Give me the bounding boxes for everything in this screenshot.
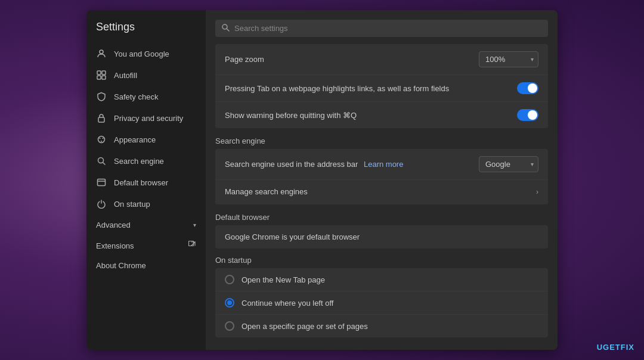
svg-rect-1 [97, 71, 101, 75]
svg-point-0 [100, 50, 103, 54]
svg-rect-5 [98, 117, 104, 122]
page-settings-card: Page zoom 100% ▾ Pressing Tab on a webpa… [215, 44, 548, 128]
main-content: Page zoom 100% ▾ Pressing Tab on a webpa… [206, 10, 558, 350]
svg-rect-3 [97, 76, 101, 79]
sidebar-item-label: You and Google [114, 49, 169, 58]
quit-warning-row: Show warning before quitting with ⌘Q [215, 102, 548, 128]
watermark-suffix: FIX [621, 343, 634, 352]
search-engine-dropdown[interactable]: Google [479, 156, 538, 172]
sidebar-item-label: Safety check [114, 92, 158, 101]
lock-icon [96, 113, 107, 123]
search-engine-section: Search engine Search engine used in the … [206, 136, 558, 213]
default-browser-section-label: Default browser [215, 213, 548, 222]
default-browser-card: Google Chrome is your default browser [215, 225, 548, 249]
sidebar-item-label: Search engine [114, 157, 164, 166]
sidebar-item-appearance[interactable]: Appearance [86, 129, 206, 150]
extensions-label: Extensions [96, 241, 134, 250]
external-link-icon [188, 241, 196, 250]
sidebar-item-safety-check[interactable]: Safety check [86, 86, 206, 107]
watermark-highlight: ET [609, 343, 621, 352]
manage-search-engines-row[interactable]: Manage search engines › [215, 180, 548, 203]
search-input[interactable] [234, 24, 542, 33]
power-icon [96, 198, 107, 209]
watermark: UGETFIX [597, 343, 634, 352]
search-icon [96, 156, 107, 166]
chevron-right-icon: › [536, 188, 538, 196]
advanced-label: Advanced [96, 221, 131, 229]
sidebar-item-you-and-google[interactable]: You and Google [86, 43, 206, 64]
sidebar: Settings You and Google Autofill [86, 10, 206, 350]
startup-continue-label: Continue where you left off [242, 299, 333, 308]
search-icon [221, 23, 230, 33]
sidebar-item-extensions[interactable]: Extensions [86, 235, 206, 256]
radio-specific-page[interactable] [225, 321, 234, 331]
sidebar-item-about-chrome[interactable]: About Chrome [86, 256, 206, 275]
shield-icon [96, 91, 107, 102]
learn-more-link[interactable]: Learn more [364, 160, 403, 169]
startup-new-tab-label: Open the New Tab page [242, 275, 325, 284]
grid-icon [96, 70, 107, 80]
default-browser-section: Default browser Google Chrome is your de… [206, 213, 558, 256]
page-zoom-label: Page zoom [225, 55, 264, 64]
settings-window: Settings You and Google Autofill [86, 10, 558, 350]
tab-highlight-label: Pressing Tab on a webpage highlights lin… [225, 84, 449, 93]
sidebar-item-label: Appearance [114, 135, 156, 144]
svg-point-16 [222, 24, 227, 29]
startup-option-specific-page[interactable]: Open a specific page or set of pages [215, 315, 548, 337]
quit-warning-toggle[interactable] [517, 109, 538, 121]
startup-card: Open the New Tab page Continue where you… [215, 268, 548, 337]
default-browser-status: Google Chrome is your default browser [225, 232, 360, 241]
zoom-dropdown[interactable]: 100% [479, 51, 538, 67]
sidebar-item-search-engine[interactable]: Search engine [86, 150, 206, 172]
svg-point-8 [103, 138, 104, 139]
search-bar [215, 20, 548, 37]
sidebar-item-label: On startup [114, 200, 150, 209]
search-engine-card: Search engine used in the address bar Le… [215, 149, 548, 204]
watermark-prefix: UG [597, 343, 610, 352]
search-engine-address-bar-row: Search engine used in the address bar Le… [215, 149, 548, 180]
radio-new-tab[interactable] [225, 275, 234, 284]
palette-icon [96, 134, 107, 145]
page-zoom-row: Page zoom 100% ▾ [215, 44, 548, 75]
manage-search-engines-label: Manage search engines [225, 187, 308, 196]
quit-warning-label: Show warning before quitting with ⌘Q [225, 111, 357, 120]
svg-line-17 [227, 29, 230, 32]
sidebar-item-on-startup[interactable]: On startup [86, 193, 206, 215]
browser-icon [96, 177, 107, 188]
search-engine-address-label: Search engine used in the address bar Le… [225, 160, 403, 169]
svg-rect-2 [102, 71, 106, 75]
page-settings-section: Page zoom 100% ▾ Pressing Tab on a webpa… [206, 44, 558, 136]
startup-option-new-tab[interactable]: Open the New Tab page [215, 268, 548, 291]
search-engine-dropdown-wrapper[interactable]: Google ▾ [479, 156, 538, 172]
radio-continue[interactable] [225, 298, 234, 308]
settings-title: Settings [86, 10, 206, 43]
svg-rect-12 [98, 179, 106, 186]
on-startup-section: On startup Open the New Tab page Continu… [206, 256, 558, 345]
svg-point-9 [101, 141, 102, 142]
sidebar-item-label: Autofill [114, 71, 137, 80]
startup-option-continue[interactable]: Continue where you left off [215, 291, 548, 315]
zoom-dropdown-wrapper[interactable]: 100% ▾ [479, 51, 538, 67]
about-chrome-label: About Chrome [96, 261, 146, 270]
search-engine-section-label: Search engine [215, 136, 548, 145]
advanced-bottom-section: Advanced ▾ [206, 345, 558, 350]
sidebar-item-label: Default browser [114, 178, 168, 187]
svg-rect-4 [102, 76, 106, 79]
on-startup-section-label: On startup [215, 256, 548, 265]
sidebar-advanced-header[interactable]: Advanced ▾ [86, 215, 206, 235]
sidebar-item-autofill[interactable]: Autofill [86, 64, 206, 86]
tab-highlight-toggle[interactable] [517, 82, 538, 94]
sidebar-item-label: Privacy and security [114, 114, 183, 123]
startup-specific-label: Open a specific page or set of pages [242, 322, 368, 331]
sidebar-item-privacy[interactable]: Privacy and security [86, 107, 206, 129]
person-icon [96, 48, 107, 59]
chevron-down-icon: ▾ [193, 222, 196, 228]
tab-highlight-row: Pressing Tab on a webpage highlights lin… [215, 75, 548, 102]
svg-point-7 [100, 138, 101, 139]
sidebar-item-default-browser[interactable]: Default browser [86, 172, 206, 193]
svg-line-11 [103, 163, 106, 165]
